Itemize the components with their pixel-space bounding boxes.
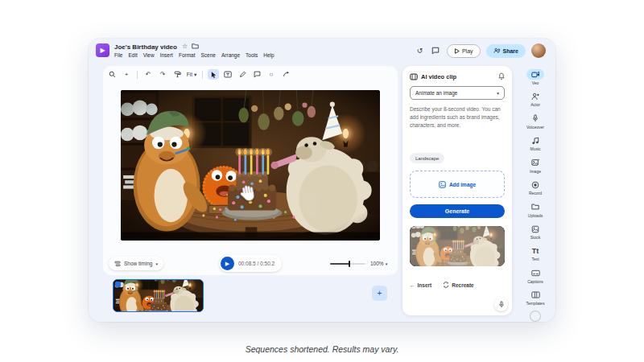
version-history-icon[interactable]: ↺: [415, 46, 425, 56]
rail-label: Actor: [530, 102, 540, 107]
pen-tool-icon[interactable]: [237, 69, 248, 80]
move-to-folder-icon[interactable]: [192, 43, 199, 51]
rail-more-button[interactable]: [530, 311, 541, 322]
redo-icon[interactable]: ↷: [157, 69, 168, 80]
actor-icon: [531, 93, 539, 101]
menu-view[interactable]: View: [143, 52, 155, 58]
toolbar-divider: [202, 71, 203, 79]
comments-icon[interactable]: [431, 46, 441, 56]
timeline-play-button[interactable]: ▶: [221, 257, 234, 270]
menu-scene[interactable]: Scene: [201, 52, 216, 58]
video-clip-icon: [410, 73, 418, 80]
paint-format-icon[interactable]: [171, 69, 183, 80]
add-image-button[interactable]: Add image: [410, 171, 505, 198]
vids-logo-icon[interactable]: ▶: [96, 43, 109, 57]
rail-label: Captions: [527, 279, 543, 284]
menubar: File Edit View Insert Format Scene Arran…: [114, 52, 275, 58]
rail-label: Music: [530, 146, 540, 151]
play-triangle-icon: [454, 48, 460, 54]
page: ▶ Joe's Birthday video ☆ File Edit View …: [0, 0, 644, 362]
rail-item-text[interactable]: Tt Text: [515, 243, 555, 265]
recreate-cycle-icon: [443, 282, 449, 288]
fit-zoom-dropdown[interactable]: Fit▾: [186, 69, 197, 80]
video-canvas[interactable]: [121, 90, 380, 241]
tools-rail: Veo Actor Voiceover Music Image Record: [515, 66, 555, 322]
menu-tools[interactable]: Tools: [246, 52, 258, 58]
generate-button[interactable]: Generate: [410, 204, 505, 218]
music-icon: [531, 137, 539, 145]
rail-label: Voiceover: [526, 125, 544, 130]
clip-scene: [114, 280, 203, 311]
notification-bell-icon[interactable]: [498, 72, 505, 81]
vids-app-window: ▶ Joe's Birthday video ☆ File Edit View …: [89, 39, 555, 322]
rail-item-voiceover[interactable]: Voiceover: [515, 110, 555, 132]
thumbnail-wash-overlay: [410, 226, 505, 266]
playback-pill: ▶ 00:08.5 / 0:50.2: [219, 255, 282, 272]
shapes-icon[interactable]: ○: [266, 69, 277, 80]
select-tool-icon[interactable]: [208, 69, 219, 80]
canvas-toolbar: + ↶ ↷ Fit▾ ○: [106, 69, 291, 80]
zoom-slider-handle[interactable]: [349, 261, 350, 267]
rail-item-actor[interactable]: Actor: [515, 88, 555, 109]
ai-video-clip-panel: AI video clip Animate an image ▾ Describ…: [402, 66, 512, 315]
veo-icon: [531, 71, 540, 78]
rail-item-stock[interactable]: Stock: [515, 220, 555, 242]
mode-value: Animate an image: [415, 90, 457, 96]
rail-label: Text: [531, 257, 539, 261]
mode-select-dropdown[interactable]: Animate an image ▾: [410, 86, 505, 100]
insert-button[interactable]: ← Insert: [410, 282, 431, 288]
rail-item-image[interactable]: Image: [515, 154, 555, 176]
play-button[interactable]: Play: [447, 44, 481, 58]
menu-arrange[interactable]: Arrange: [221, 52, 240, 58]
add-scene-button[interactable]: +: [372, 286, 387, 301]
text-box-icon[interactable]: [222, 69, 233, 80]
hand-cursor-icon: [238, 183, 258, 204]
document-title[interactable]: Joe's Birthday video: [114, 43, 177, 51]
voice-input-button[interactable]: [494, 298, 508, 311]
menu-help[interactable]: Help: [263, 52, 274, 58]
add-icon[interactable]: +: [121, 69, 132, 80]
rail-item-record[interactable]: Record: [515, 176, 555, 198]
transition-arrow-icon[interactable]: [280, 69, 291, 80]
rail-item-captions[interactable]: Captions: [515, 265, 555, 286]
undo-icon[interactable]: ↶: [142, 69, 154, 80]
prompt-input[interactable]: Describe your 8-second video. You can ad…: [410, 105, 505, 129]
play-label: Play: [462, 48, 473, 54]
rail-label: Veo: [532, 80, 539, 85]
microphone-icon: [498, 301, 505, 308]
recreate-button[interactable]: Recreate: [443, 282, 473, 288]
zoom-slider[interactable]: [330, 263, 365, 265]
search-icon[interactable]: [106, 69, 118, 80]
menu-edit[interactable]: Edit: [128, 52, 137, 58]
chevron-down-icon: ▾: [194, 72, 196, 78]
menu-insert[interactable]: Insert: [160, 52, 173, 58]
timecode: 00:08.5 / 0:50.2: [238, 261, 275, 266]
view-mode-label: Show timing: [124, 261, 152, 266]
menu-file[interactable]: File: [114, 52, 122, 58]
text-icon: Tt: [526, 245, 544, 256]
comment-add-icon[interactable]: [251, 69, 262, 80]
account-avatar[interactable]: [531, 43, 546, 58]
zoom-level-value: 100%: [370, 261, 384, 266]
generated-preview-thumbnail[interactable]: [410, 226, 505, 266]
timing-layers-icon: [114, 261, 121, 267]
view-mode-dropdown[interactable]: Show timing ▾: [109, 257, 163, 270]
rail-label: Templates: [526, 301, 545, 306]
zoom-level-dropdown[interactable]: 100% ▾: [370, 261, 387, 266]
menu-format[interactable]: Format: [179, 52, 196, 58]
recreate-label: Recreate: [452, 282, 473, 288]
add-image-label: Add image: [449, 182, 476, 187]
share-label: Share: [503, 48, 518, 54]
chevron-down-icon: ▾: [497, 91, 499, 96]
generate-label: Generate: [445, 208, 469, 214]
rail-item-veo[interactable]: Veo: [515, 66, 555, 88]
rail-item-templates[interactable]: Templates: [515, 287, 555, 309]
chevron-down-icon: ▾: [155, 261, 158, 266]
rail-item-music[interactable]: Music: [515, 132, 555, 154]
timeline-clip-thumbnail[interactable]: [113, 279, 204, 312]
clip-badge: [115, 282, 121, 287]
share-button[interactable]: Share: [486, 44, 526, 58]
aspect-ratio-chip[interactable]: Landscape: [410, 153, 444, 163]
rail-item-uploads[interactable]: Uploads: [515, 199, 555, 220]
star-icon[interactable]: ☆: [182, 43, 188, 51]
